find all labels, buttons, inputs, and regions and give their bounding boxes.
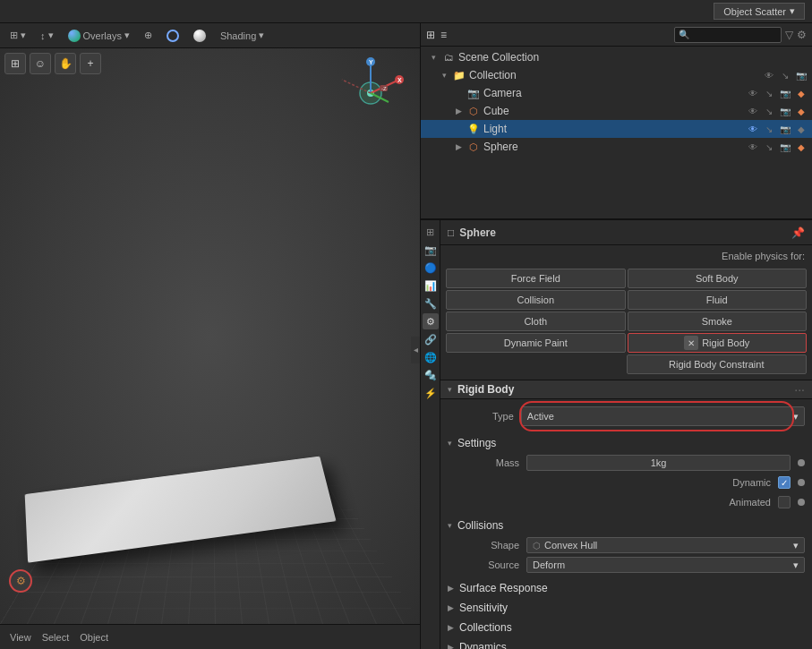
sensitivity-section[interactable]: ▶ Sensitivity: [440, 598, 812, 618]
visibility-icon[interactable]: 👁: [762, 68, 776, 82]
extra-icon[interactable]: ◆: [794, 86, 808, 100]
render-icon[interactable]: 📷: [778, 104, 792, 118]
visibility-icon[interactable]: 👁: [746, 122, 760, 136]
filter-icon[interactable]: ▽: [785, 29, 793, 41]
props-icon-object-data[interactable]: 🌐: [423, 349, 439, 365]
tree-item-camera[interactable]: ▶ 📷 Camera 👁 ↘ 📷 ◆: [421, 84, 812, 102]
expand-icon: ▶: [453, 141, 464, 152]
mass-label: Mass: [448, 457, 519, 468]
collision-btn[interactable]: Collision: [446, 290, 626, 310]
tree-item-light[interactable]: ▶ 💡 Light 👁 ↘ 📷 ◆: [421, 120, 812, 138]
svg-text:Y: Y: [369, 59, 373, 65]
section-options[interactable]: ···: [794, 382, 805, 397]
active-physics-indicator[interactable]: ⚙: [9, 569, 32, 593]
force-field-btn[interactable]: Force Field: [446, 269, 626, 288]
outliner-menu-icon[interactable]: ⊞: [426, 29, 435, 41]
object-scatter-button[interactable]: Object Scatter ▾: [714, 3, 805, 20]
dynamics-arrow: ▶: [448, 643, 454, 649]
dynamic-keyframe-dot[interactable]: [798, 479, 805, 486]
props-icon-physics[interactable]: ⚙: [423, 313, 439, 329]
render-icon[interactable]: 📷: [778, 140, 792, 154]
visibility-icon[interactable]: 👁: [746, 86, 760, 100]
outliner-settings-icon[interactable]: ⚙: [797, 29, 807, 41]
soft-body-btn[interactable]: Soft Body: [628, 269, 808, 288]
props-icon-scene-data[interactable]: 🔧: [423, 295, 439, 312]
dynamics-section[interactable]: ▶ Dynamics: [440, 637, 812, 649]
rigid-body-constraint-btn[interactable]: Rigid Body Constraint: [627, 354, 808, 374]
collisions-section[interactable]: ▾ Collisions: [440, 516, 812, 535]
rigid-body-section[interactable]: ▾ Rigid Body ···: [440, 380, 812, 399]
outliner-view-icon[interactable]: ≡: [440, 29, 447, 41]
extra-icon[interactable]: ◆: [794, 122, 808, 136]
props-icon-view-layer[interactable]: 📊: [423, 278, 439, 294]
tree-item-collection[interactable]: ▾ 📁 Collection 👁 ↘ 📷: [421, 66, 812, 84]
select-menu-btn[interactable]: Select: [38, 630, 74, 645]
pin-icon[interactable]: 📌: [791, 226, 805, 239]
shading-label-btn[interactable]: Shading ▾: [216, 28, 269, 43]
filter-icon[interactable]: ◆: [794, 140, 808, 154]
dropdown-arrow: ▾: [790, 5, 795, 17]
viewport-canvas[interactable]: ⊞ ☺ ✋ + Y: [0, 48, 420, 624]
select-icon[interactable]: ↘: [762, 122, 776, 136]
visibility-icon[interactable]: 👁: [746, 140, 760, 154]
transform-btn[interactable]: ↕ ▾: [36, 28, 58, 43]
animated-checkbox[interactable]: [778, 496, 791, 508]
mass-keyframe-dot[interactable]: [798, 459, 805, 466]
cloth-btn[interactable]: Cloth: [446, 312, 626, 331]
shape-dropdown[interactable]: ⬡ Convex Hull ▾: [526, 537, 805, 553]
props-icon-particles[interactable]: ⚡: [423, 385, 439, 401]
axis-gizmo[interactable]: Y X -Z: [335, 53, 406, 127]
tree-item-cube[interactable]: ▶ ⬡ Cube 👁 ↘ 📷 ◆: [421, 102, 812, 120]
smoke-btn[interactable]: Smoke: [628, 312, 808, 331]
props-icon-modifier[interactable]: 🔩: [423, 367, 439, 383]
object-menu-btn[interactable]: Object: [75, 630, 113, 645]
grab-icon[interactable]: ✋: [55, 53, 76, 74]
dynamic-checkbox[interactable]: ✓: [778, 476, 791, 489]
source-dropdown[interactable]: Deform ▾: [526, 557, 805, 573]
sphere-actions: 👁 ↘ 📷 ◆: [746, 140, 808, 154]
select-icon[interactable]: ↘: [762, 140, 776, 154]
props-sidebar: ⊞ 📷 🔵 📊 🔧 ⚙ 🔗 🌐 🔩 ⚡: [421, 220, 440, 649]
mass-input[interactable]: 1kg: [526, 455, 791, 471]
viewport-menu-btn[interactable]: View: [5, 630, 36, 645]
settings-arrow: ▾: [448, 439, 452, 448]
mode-selector[interactable]: ⊞ ▾: [5, 28, 30, 43]
collections-section[interactable]: ▶ Collections: [440, 618, 812, 637]
outliner-search-box[interactable]: 🔍: [674, 27, 782, 43]
fluid-btn[interactable]: Fluid: [628, 290, 808, 310]
snap-btn[interactable]: ⊕: [140, 28, 157, 43]
sphere-icon: ⬡: [466, 140, 481, 154]
grid-view-icon[interactable]: ⊞: [4, 53, 26, 74]
shading-toggle[interactable]: [189, 28, 210, 44]
filter-icon[interactable]: ◆: [794, 104, 808, 118]
rigid-body-remove-btn[interactable]: ✕: [684, 336, 698, 350]
type-dropdown[interactable]: Active ▾: [521, 406, 805, 426]
viewport-display-btn[interactable]: Overlays ▾: [64, 28, 134, 44]
select-icon[interactable]: ↘: [762, 104, 776, 118]
props-icon-output[interactable]: 🔵: [423, 260, 439, 276]
props-icon-constraints[interactable]: 🔗: [423, 331, 439, 347]
sensitivity-label: Sensitivity: [459, 602, 508, 614]
surface-response-section[interactable]: ▶ Surface Response: [440, 578, 812, 598]
tree-item-sphere[interactable]: ▶ ⬡ Sphere 👁 ↘ 📷 ◆: [421, 138, 812, 156]
render-icon[interactable]: 📷: [794, 68, 808, 82]
viewport-collapse-arrow[interactable]: ◂: [411, 337, 420, 363]
add-icon[interactable]: +: [80, 53, 101, 74]
select-icon[interactable]: ↘: [762, 86, 776, 100]
select-icon[interactable]: ↘: [778, 68, 792, 82]
animated-keyframe-dot[interactable]: [798, 499, 805, 506]
type-label: Type: [492, 411, 514, 422]
visibility-icon[interactable]: 👁: [746, 104, 760, 118]
rigid-body-btn[interactable]: ✕ Rigid Body: [628, 333, 808, 353]
settings-section[interactable]: ▾ Settings: [440, 433, 812, 453]
type-row: Type Active ▾: [440, 399, 812, 433]
object-mode-icon[interactable]: ☺: [30, 53, 51, 74]
proportional-btn[interactable]: [162, 28, 184, 44]
render-icon[interactable]: 📷: [778, 122, 792, 136]
props-icon-render[interactable]: 📷: [423, 242, 439, 258]
outliner-header-left: ⊞ ≡: [426, 29, 447, 41]
tree-item-scene-collection[interactable]: ▾ 🗂 Scene Collection: [421, 48, 812, 66]
props-icon-scene[interactable]: ⊞: [423, 224, 439, 240]
dynamic-paint-btn[interactable]: Dynamic Paint: [446, 333, 626, 353]
render-icon[interactable]: 📷: [778, 86, 792, 100]
